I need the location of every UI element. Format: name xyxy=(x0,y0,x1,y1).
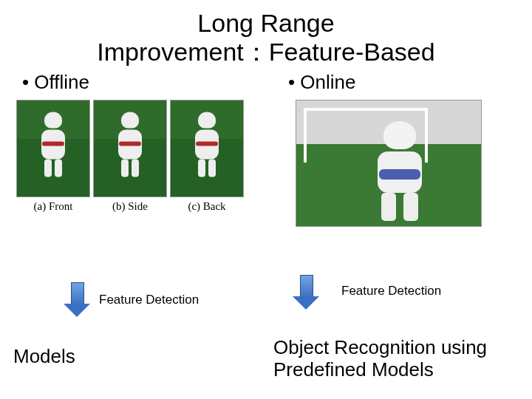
offline-result: Models xyxy=(13,345,75,368)
online-image xyxy=(296,100,482,227)
offline-captions: (a) Front (b) Side (c) Back xyxy=(16,200,266,213)
robot-front-image xyxy=(16,100,90,197)
online-arrow-label: Feature Detection xyxy=(341,284,441,299)
offline-images xyxy=(16,100,266,197)
caption-back: (c) Back xyxy=(170,200,244,213)
content-columns: Offline (a) Front (b) Side (c) Back Onli… xyxy=(0,71,532,227)
online-result-line-1: Object Recognition using xyxy=(273,336,487,358)
caption-front: (a) Front xyxy=(16,200,90,213)
offline-arrow-block xyxy=(64,282,90,318)
down-arrow-icon xyxy=(293,275,319,310)
offline-column: Offline (a) Front (b) Side (c) Back xyxy=(0,71,266,227)
online-heading: Online xyxy=(288,71,532,94)
online-column: Online xyxy=(266,71,532,227)
online-arrow-block xyxy=(293,275,319,310)
down-arrow-icon xyxy=(64,282,90,318)
title-line-1: Long Range xyxy=(197,9,334,37)
robot-back-image xyxy=(170,100,244,197)
offline-heading: Offline xyxy=(22,71,266,94)
online-result-line-2: Predefined Models xyxy=(273,358,434,381)
robot-side-image xyxy=(93,100,167,197)
online-result: Object Recognition using Predefined Mode… xyxy=(273,337,517,381)
title-line-2: Improvement：Feature-Based xyxy=(97,38,434,66)
caption-side: (b) Side xyxy=(93,200,167,213)
offline-arrow-label: Feature Detection xyxy=(99,293,199,307)
slide-title: Long Range Improvement：Feature-Based xyxy=(0,9,532,66)
